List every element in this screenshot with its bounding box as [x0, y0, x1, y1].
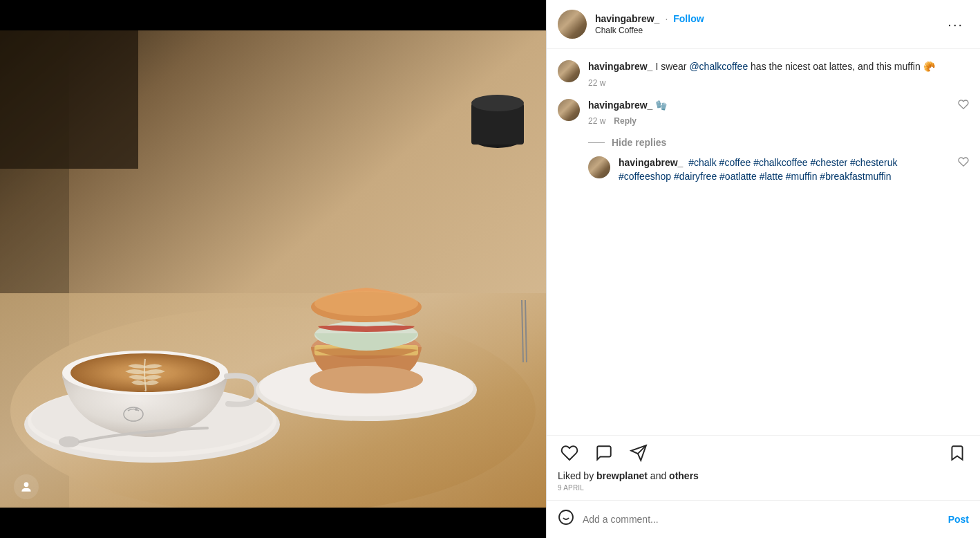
caption-body: havingabrew_I swear @chalkcoffee has the…	[588, 60, 969, 88]
comment-input[interactable]	[583, 514, 940, 525]
hashtag-username[interactable]: havingabrew_	[619, 157, 683, 168]
post-header: havingabrew_ · Follow Chalk Coffee ···	[547, 0, 980, 49]
hashtag-body: havingabrew_ #chalk #coffee #chalkcoffee…	[619, 156, 950, 183]
more-options-button[interactable]: ···	[942, 15, 969, 34]
emoji-picker-button[interactable]	[558, 509, 574, 530]
post-image	[0, 30, 546, 508]
reply-button[interactable]: Reply	[614, 116, 637, 126]
hashtag-like-button[interactable]	[958, 156, 969, 169]
caption-comment: havingabrew_I swear @chalkcoffee has the…	[558, 60, 969, 88]
svg-point-24	[59, 436, 79, 447]
hide-replies-line	[588, 142, 605, 143]
reply-avatar[interactable]	[558, 99, 580, 121]
dot-separator: ·	[665, 13, 668, 24]
svg-point-5	[471, 95, 524, 111]
save-button[interactable]	[945, 441, 969, 465]
caption-time: 22 w	[588, 78, 605, 88]
add-comment-row: Post	[547, 500, 980, 538]
header-avatar[interactable]	[558, 10, 587, 39]
svg-point-28	[559, 510, 573, 524]
reply-username[interactable]: havingabrew_	[588, 100, 652, 111]
reply-like-button[interactable]	[958, 99, 969, 112]
action-left-group	[558, 441, 650, 465]
hashtag-text: havingabrew_ #chalk #coffee #chalkcoffee…	[619, 156, 950, 183]
top-bar	[0, 0, 546, 30]
header-info: havingabrew_ · Follow Chalk Coffee	[595, 13, 942, 35]
actions-bar: Liked by brewplanet and others 9 APRIL	[547, 435, 980, 500]
hide-replies-button[interactable]: Hide replies	[612, 137, 666, 148]
liked-by-connector: and	[648, 470, 669, 481]
caption-avatar[interactable]	[558, 60, 580, 82]
action-buttons	[558, 441, 969, 465]
post-comment-button[interactable]: Post	[948, 514, 969, 525]
hide-replies-row: Hide replies	[588, 137, 969, 148]
like-button[interactable]	[558, 441, 581, 465]
hashtag-avatar[interactable]	[588, 156, 610, 178]
liked-by-others: others	[669, 470, 699, 481]
reply-body: havingabrew_🧤 22 w Reply	[588, 99, 950, 127]
post-user-icon[interactable]	[14, 474, 39, 499]
follow-button[interactable]: Follow	[673, 13, 704, 24]
svg-point-15	[135, 408, 138, 411]
caption-text: havingabrew_I swear @chalkcoffee has the…	[588, 60, 969, 74]
header-username[interactable]: havingabrew_	[595, 13, 659, 24]
hashtag-comment: havingabrew_ #chalk #coffee #chalkcoffee…	[588, 156, 969, 183]
caption-mention[interactable]: @chalkcoffee	[689, 61, 748, 72]
caption-text-before: I swear	[655, 61, 689, 72]
reply-emoji: 🧤	[655, 100, 667, 111]
svg-point-23	[314, 291, 418, 316]
comments-area: havingabrew_I swear @chalkcoffee has the…	[547, 49, 980, 435]
bottom-bar	[0, 508, 546, 538]
share-button[interactable]	[627, 441, 650, 465]
photo-panel	[0, 0, 546, 538]
reply-text: havingabrew_🧤	[588, 99, 950, 113]
svg-point-19	[310, 366, 423, 393]
caption-text-after: has the nicest oat lattes, and this muff…	[748, 61, 934, 72]
like-count: Liked by brewplanet and others	[558, 470, 969, 481]
caption-meta: 22 w	[588, 78, 969, 88]
header-top-row: havingabrew_ · Follow	[595, 13, 942, 24]
post-location[interactable]: Chalk Coffee	[595, 26, 942, 35]
reply-meta: 22 w Reply	[588, 116, 950, 126]
caption-username[interactable]: havingabrew_	[588, 61, 652, 72]
liked-by-user[interactable]: brewplanet	[596, 470, 648, 481]
comment-button[interactable]	[592, 441, 616, 465]
info-panel: havingabrew_ · Follow Chalk Coffee ··· h…	[546, 0, 980, 538]
svg-point-25	[24, 482, 29, 487]
liked-by-prefix: Liked by	[558, 470, 596, 481]
reply-comment: havingabrew_🧤 22 w Reply	[558, 99, 969, 127]
reply-time: 22 w	[588, 116, 605, 126]
post-date: 9 APRIL	[558, 484, 969, 492]
